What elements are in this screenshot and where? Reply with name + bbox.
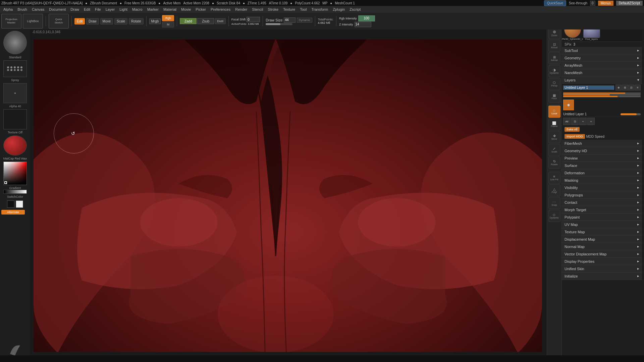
material-preview[interactable] bbox=[3, 135, 27, 156]
rgb-button[interactable]: Rgb bbox=[162, 15, 174, 21]
arraymesh-header[interactable]: ArrayMesh ▸ bbox=[562, 62, 642, 69]
tool-scale[interactable]: ⤢ Scale bbox=[548, 144, 560, 156]
layer-icon-3[interactable]: ⊡ bbox=[628, 84, 634, 90]
lightbox-button[interactable]: LightBox bbox=[23, 14, 43, 28]
focal-shift-input[interactable] bbox=[247, 17, 260, 22]
menu-preferences[interactable]: Preferences bbox=[209, 7, 232, 12]
zsub-field[interactable] bbox=[197, 18, 214, 24]
tool-snap[interactable]: ⋯ Snap bbox=[548, 197, 560, 209]
main-canvas[interactable]: ↺ bbox=[34, 40, 542, 352]
menu-marker[interactable]: Marker bbox=[145, 7, 161, 12]
menu-picker[interactable]: Picker bbox=[194, 7, 208, 12]
tool-floor[interactable]: ▦ Floor bbox=[548, 90, 560, 103]
layer-opacity-slider[interactable] bbox=[621, 113, 641, 115]
texture-preview[interactable] bbox=[3, 109, 27, 129]
move-button[interactable]: Move bbox=[100, 18, 113, 24]
menu-tool[interactable]: Tool bbox=[298, 7, 309, 12]
menu-zplugin[interactable]: Zplugin bbox=[331, 7, 347, 12]
nanomesh-header[interactable]: NanoMesh ▸ bbox=[562, 69, 642, 76]
layer-slider-3[interactable] bbox=[563, 96, 641, 97]
menu-light[interactable]: Light bbox=[117, 7, 129, 12]
mrgb-button[interactable]: Mrgb bbox=[149, 18, 161, 24]
dust-button[interactable]: Dust bbox=[215, 18, 226, 24]
tool-aadyn[interactable]: ◑ Dynamic bbox=[548, 65, 560, 77]
gradient-bar[interactable] bbox=[3, 190, 27, 194]
menu-transform[interactable]: Transform bbox=[309, 7, 330, 12]
record-button[interactable]: ● bbox=[563, 100, 574, 110]
menu-draw[interactable]: Draw bbox=[68, 7, 81, 12]
menu-alpha[interactable]: Alpha bbox=[1, 7, 15, 12]
menu-render[interactable]: Render bbox=[233, 7, 249, 12]
deformation-header[interactable]: Deformation ▸ bbox=[562, 169, 642, 177]
contact-header[interactable]: Contact ▸ bbox=[562, 199, 642, 206]
normal-map-header[interactable]: Normal Map ▸ bbox=[562, 243, 642, 250]
menu-file[interactable]: File bbox=[93, 7, 103, 12]
polygroups-header[interactable]: Polygroups ▸ bbox=[562, 191, 642, 199]
quicksave-button[interactable]: QuickSave bbox=[544, 0, 566, 6]
layer-btn-del[interactable]: × bbox=[587, 118, 595, 125]
tool-rotate[interactable]: ↻ Rotate bbox=[548, 157, 560, 169]
layer-btn-new[interactable]: + bbox=[579, 118, 587, 125]
layer-btn-sel[interactable]: ⊡ bbox=[571, 118, 579, 125]
rgb-intensity-input[interactable] bbox=[358, 15, 375, 21]
surface-header[interactable]: Surface ▸ bbox=[562, 162, 642, 169]
tool-aahal[interactable]: ⊞ AAHal bbox=[548, 52, 560, 64]
bake-all-button[interactable]: Bake All bbox=[565, 127, 580, 132]
projection-master-button[interactable]: ProjectionMaster bbox=[1, 14, 21, 28]
menu-stencil[interactable]: Stencil bbox=[250, 7, 265, 12]
menu-brush[interactable]: Brush bbox=[15, 7, 29, 12]
geometry-header[interactable]: Geometry ▸ bbox=[562, 54, 642, 62]
tool-actual[interactable]: ⊡ Actual bbox=[548, 40, 560, 52]
brush-preview[interactable] bbox=[3, 31, 27, 54]
menu-document[interactable]: Document bbox=[47, 7, 68, 12]
alternate-button[interactable]: Alternate bbox=[1, 210, 25, 215]
z-intensity-input[interactable] bbox=[355, 22, 371, 27]
layer-slider-2[interactable] bbox=[563, 94, 641, 96]
layer-btn-all[interactable]: All bbox=[563, 118, 571, 125]
menu-texture[interactable]: Texture bbox=[281, 7, 297, 12]
menu-movie[interactable]: Movie bbox=[179, 7, 193, 12]
tool-local[interactable]: ⊙ Local bbox=[548, 106, 560, 118]
menu-edit[interactable]: Edit bbox=[82, 7, 92, 12]
unified-skin-header[interactable]: Unified Skin ▸ bbox=[562, 265, 642, 273]
menu-layer[interactable]: Layer bbox=[104, 7, 117, 12]
layer-icon-1[interactable]: ⊕ bbox=[615, 84, 622, 90]
menu-stroke[interactable]: Stroke bbox=[266, 7, 280, 12]
menu-material[interactable]: Material bbox=[161, 7, 178, 12]
import-mdd-button[interactable]: Import MDD bbox=[565, 134, 585, 139]
polypaint-header[interactable]: Polypaint ▸ bbox=[562, 214, 642, 221]
quick-sketch-button[interactable]: QuickSketch bbox=[49, 14, 69, 28]
edit-button[interactable]: Edit bbox=[74, 18, 85, 24]
geometryhd-header[interactable]: Geometry HD ▸ bbox=[562, 147, 642, 155]
draw-button[interactable]: Draw bbox=[86, 18, 99, 24]
preview-header[interactable]: Preview ▸ bbox=[562, 155, 642, 162]
morph-target-header[interactable]: Morph Target ▸ bbox=[562, 206, 642, 214]
scale-button[interactable]: Scale bbox=[114, 18, 127, 24]
tool-persp[interactable]: ⬡ Persp bbox=[548, 78, 560, 90]
initialize-header[interactable]: Initialize ▸ bbox=[562, 273, 642, 280]
color-picker[interactable] bbox=[3, 162, 27, 185]
menu-zscript[interactable]: Zscript bbox=[347, 7, 363, 12]
visibility-header[interactable]: Visibility ▸ bbox=[562, 184, 642, 191]
default-zscript-button[interactable]: DefaultZScript bbox=[616, 1, 643, 6]
spray-preview[interactable] bbox=[3, 60, 27, 77]
tool-frame[interactable]: ⬜ Frame bbox=[548, 118, 560, 130]
display-properties-header[interactable]: Display Properties ▸ bbox=[562, 258, 642, 265]
tool-move[interactable]: ✥ Move bbox=[548, 131, 560, 143]
layer-icon-4[interactable]: ≡ bbox=[635, 84, 641, 90]
draw-size-slider[interactable] bbox=[266, 23, 292, 25]
draw-size-input[interactable] bbox=[284, 17, 296, 23]
white-swatch[interactable] bbox=[16, 200, 23, 208]
menu-macro[interactable]: Macro bbox=[130, 7, 145, 12]
displacement-map-header[interactable]: Displacement Map ▸ bbox=[562, 236, 642, 243]
black-swatch[interactable] bbox=[7, 200, 14, 208]
tool-polyf[interactable]: △ Polyf bbox=[548, 184, 560, 196]
subtool-header[interactable]: SubTool ▸ bbox=[562, 47, 642, 54]
tool-dyn2[interactable]: ◇ Dynamic bbox=[548, 210, 560, 222]
layer-name-input[interactable] bbox=[563, 85, 614, 90]
layer-icon-2[interactable]: ⊟ bbox=[622, 84, 628, 90]
texture-map-header[interactable]: Texture Map ▸ bbox=[562, 228, 642, 236]
menu-canvas[interactable]: Canvas bbox=[30, 7, 46, 12]
fibermesh-header[interactable]: FiberMesh ▸ bbox=[562, 140, 642, 147]
rotate-button[interactable]: Rotate bbox=[129, 18, 143, 24]
